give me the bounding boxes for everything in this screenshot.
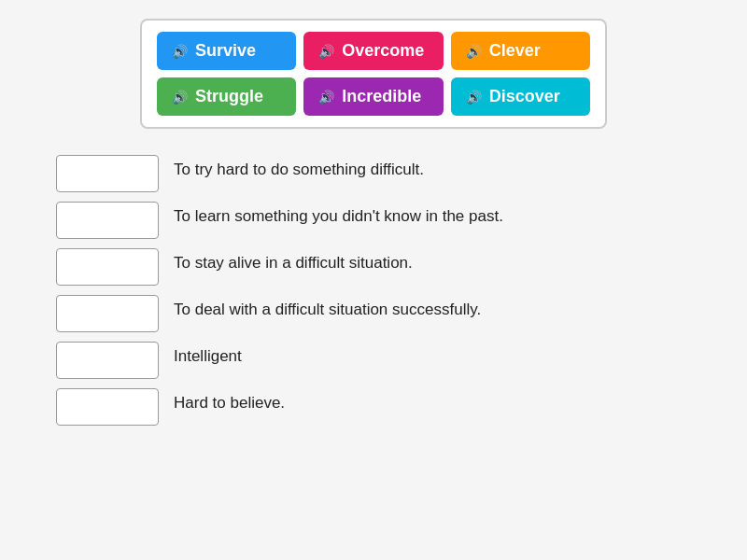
definition-text-5: Intelligent [174, 342, 242, 368]
answer-box-6[interactable] [56, 388, 159, 426]
definitions-list: To try hard to do something difficult. T… [56, 151, 691, 429]
btn-survive-label: Survive [195, 41, 256, 61]
btn-overcome-label: Overcome [342, 41, 424, 61]
definition-row-5: Intelligent [56, 338, 691, 383]
answer-box-5[interactable] [56, 342, 159, 379]
btn-incredible-label: Incredible [342, 87, 421, 106]
definition-text-2: To learn something you didn't know in th… [174, 202, 503, 228]
definition-text-3: To stay alive in a difficult situation. [174, 248, 413, 274]
speaker-icon-struggle: 🔊 [172, 90, 188, 105]
btn-incredible[interactable]: 🔊 Incredible [303, 77, 443, 116]
btn-overcome[interactable]: 🔊 Overcome [303, 32, 443, 70]
btn-clever-label: Clever [489, 41, 541, 61]
btn-struggle[interactable]: 🔊 Struggle [157, 77, 296, 116]
btn-discover[interactable]: 🔊 Discover [451, 77, 590, 116]
speaker-icon-survive: 🔊 [172, 44, 188, 59]
btn-clever[interactable]: 🔊 Clever [451, 32, 590, 70]
answer-box-1[interactable] [56, 155, 159, 192]
definition-text-4: To deal with a difficult situation succe… [174, 295, 481, 321]
definition-row-1: To try hard to do something difficult. [56, 151, 691, 196]
answer-box-2[interactable] [56, 202, 159, 239]
definition-row-4: To deal with a difficult situation succe… [56, 291, 691, 336]
btn-survive[interactable]: 🔊 Survive [157, 32, 296, 70]
btn-struggle-label: Struggle [195, 87, 263, 106]
speaker-icon-incredible: 🔊 [318, 90, 334, 105]
answer-box-4[interactable] [56, 295, 159, 332]
speaker-icon-clever: 🔊 [466, 44, 482, 59]
definition-text-6: Hard to believe. [174, 388, 285, 414]
definition-row-2: To learn something you didn't know in th… [56, 198, 691, 243]
speaker-icon-discover: 🔊 [466, 90, 482, 105]
speaker-icon-overcome: 🔊 [318, 44, 334, 59]
definition-row-6: Hard to believe. [56, 385, 691, 429]
word-bank: 🔊 Survive 🔊 Overcome 🔊 Clever 🔊 Struggle… [140, 19, 607, 129]
definition-row-3: To stay alive in a difficult situation. [56, 245, 691, 289]
definition-text-1: To try hard to do something difficult. [174, 155, 424, 181]
btn-discover-label: Discover [489, 87, 560, 106]
answer-box-3[interactable] [56, 248, 159, 286]
